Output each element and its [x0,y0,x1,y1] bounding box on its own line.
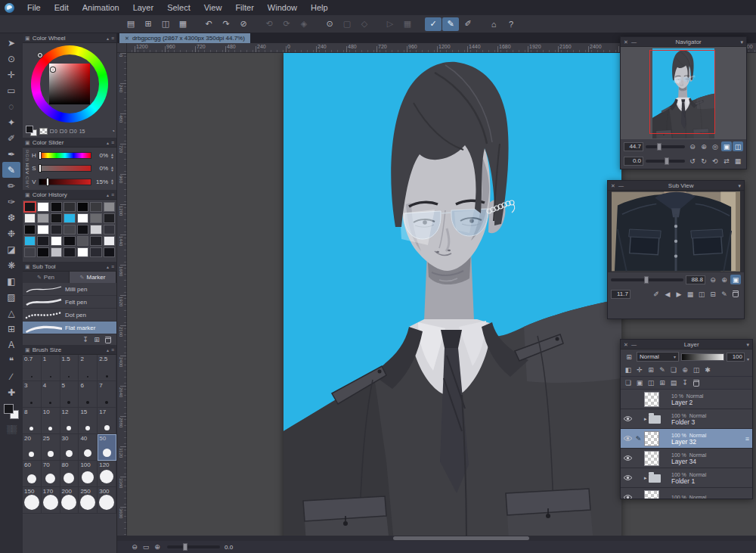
clear-icon[interactable]: ⊘ [235,17,252,31]
balloon-icon[interactable]: ❝ [2,353,20,368]
color-swatch[interactable] [90,213,101,223]
rotate-right-icon[interactable]: ⟳ [278,17,295,31]
brush-size-cell[interactable]: 10 [42,408,60,434]
document-tab[interactable]: drbgpcngg (2867 x 4300px 350dpi 44.7%) [119,33,250,43]
eyedropper-icon[interactable]: ✐ [651,289,662,299]
hue-marker[interactable] [38,53,42,57]
color-swatch[interactable] [104,225,115,235]
color-swatch[interactable] [77,202,88,212]
folder-expander-icon[interactable]: ▸ [644,475,647,481]
layer-row[interactable]: 10 % NormalLayer 2 [621,390,752,409]
minimize-icon[interactable] [631,341,637,348]
menu-edit[interactable]: Edit [48,0,76,15]
fit-to-width-icon[interactable]: ◫ [733,141,743,151]
zoom-reset-icon[interactable]: ◎ [710,141,720,151]
lock-layer-icon[interactable]: ❏ [668,365,679,375]
brush-size-cell[interactable]: 7 [98,381,116,408]
sub-view-position-value[interactable]: 11.7 [611,290,631,299]
zoom-out-icon[interactable]: ⊖ [129,542,140,552]
layer-row[interactable]: 100 % NormalLayer 34 [621,449,752,468]
brush-size-cell[interactable]: 6 [79,381,98,408]
brush-size-cell[interactable]: 20 [23,434,42,461]
zoom-in-icon[interactable]: ⊕ [719,275,730,284]
help-icon[interactable]: ? [503,17,519,31]
navigator-view-rect[interactable] [649,50,715,134]
brush-size-cell[interactable]: 170 [42,487,60,514]
layer-opacity-value[interactable]: 100 [727,353,745,362]
delete-layer-icon[interactable] [691,378,702,388]
minimize-icon[interactable] [618,182,624,189]
ruler-icon[interactable]: ∕ [2,368,20,384]
collapse-icon[interactable] [107,35,109,42]
fill-icon[interactable]: ◧ [2,273,20,289]
color-swatch[interactable] [37,202,48,212]
brush-size-header[interactable]: Brush Size [23,345,116,355]
lasso-icon[interactable]: ◌ [2,98,20,114]
current-color-chips[interactable] [26,126,37,136]
color-history-header[interactable]: Color History [23,190,116,200]
color-swatch[interactable] [104,213,115,223]
eyedropper-icon[interactable]: ✐ [2,130,20,146]
layer-row[interactable]: 100 % Normal [621,488,752,499]
brush-size-cell[interactable]: 1 [42,355,60,381]
color-swatch[interactable] [24,236,36,246]
color-swatch[interactable] [51,247,62,257]
brush-size-cell[interactable]: 200 [60,487,79,514]
delete-subtool-icon[interactable] [103,335,113,345]
set-as-reference-icon[interactable]: ✱ [702,365,713,375]
slider-value[interactable]: 0% [93,152,108,159]
zoom-out-icon[interactable]: ⊖ [687,141,698,151]
slider-value[interactable]: 15% [93,179,108,185]
onion-skin-icon[interactable]: ▦ [399,17,416,31]
color-swatch[interactable] [37,236,48,246]
sv-marker[interactable] [51,67,55,72]
color-swatch[interactable] [77,213,88,223]
value-slider[interactable] [39,179,91,185]
blend-icon[interactable]: ❋ [2,257,20,273]
menu-select[interactable]: Select [160,0,197,15]
flip-canvas-icon[interactable]: ◈ [296,17,312,31]
panel-menu-icon[interactable] [111,263,114,270]
visibility-eye-icon[interactable] [622,435,633,442]
snap-to-special-ruler-icon[interactable]: ✎ [442,17,459,31]
brush-size-cell[interactable]: 70 [42,461,60,487]
color-swatch[interactable] [64,247,75,257]
subtool-item[interactable]: Felt pen [23,296,116,309]
brush-size-cell[interactable]: 60 [23,461,42,487]
remove-image-icon[interactable]: ⊟ [708,289,718,299]
menu-layer[interactable]: Layer [126,0,161,15]
brush-size-cell[interactable]: 80 [60,461,79,487]
color-slider-header[interactable]: Color Slider [23,138,116,148]
menu-filter[interactable]: Filter [228,0,260,15]
rotate-left-icon[interactable]: ↺ [687,156,698,166]
figure-icon[interactable]: △ [2,305,20,321]
correct-line-icon[interactable]: ✚ [2,384,20,400]
folder-expander-icon[interactable]: ▸ [644,416,647,422]
blend-mode-select[interactable]: Normal [637,352,679,362]
brush-size-cell[interactable]: 0.7 [23,355,42,381]
visibility-eye-icon[interactable] [622,415,633,422]
visibility-eye-icon[interactable] [622,455,633,461]
collapse-icon[interactable] [107,191,109,198]
sub-view-image[interactable] [608,191,744,272]
operation-icon[interactable]: ➤ [2,35,20,51]
fit-to-window-icon[interactable]: ▣ [721,141,732,151]
brush-size-cell[interactable]: 40 [79,434,98,461]
brush-size-cell[interactable]: 15 [79,408,98,434]
stepper-icons[interactable]: ▲▼ [110,153,115,159]
color-swatch[interactable] [77,225,88,235]
color-model-tabs[interactable]: RGB HSV CMY [23,148,31,190]
layer-panel-header[interactable]: Layer [621,340,752,350]
previous-image-icon[interactable]: ◀ [662,289,673,299]
color-swatch[interactable] [37,213,48,223]
move-layer-icon[interactable]: ✛ [634,365,645,375]
menu-file[interactable]: File [20,0,48,15]
subtool-item[interactable]: Milli pen [23,283,116,296]
snap-to-grid-icon[interactable]: ✐ [460,17,476,31]
panel-menu-icon[interactable] [111,35,114,42]
clip-at-layer-icon[interactable]: ⊞ [646,365,656,375]
sub-tool-header[interactable]: Sub Tool [23,262,116,272]
chevron-down-icon[interactable] [738,182,741,189]
brush-size-cell[interactable]: 3 [23,381,42,408]
brush-size-cell[interactable]: 300 [98,487,116,514]
